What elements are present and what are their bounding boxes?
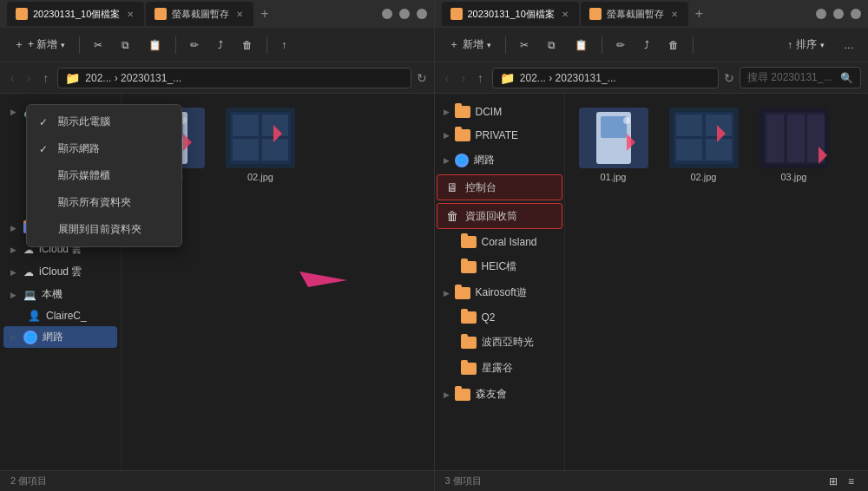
sidebar-item-this-pc[interactable]: ▶ 💻 本機 xyxy=(3,284,117,305)
minimize-btn[interactable] xyxy=(382,9,392,19)
right-paste-btn[interactable]: 📋 xyxy=(568,36,595,55)
folder-icon xyxy=(461,337,477,349)
right-rename-btn[interactable]: ✏ xyxy=(609,36,632,55)
maximize-btn[interactable] xyxy=(399,9,410,19)
search-icon: 🔍 xyxy=(840,72,853,84)
svg-rect-28 xyxy=(787,115,805,162)
right-file-item-03[interactable]: 03.jpg xyxy=(756,104,832,186)
right-sort-btn[interactable]: ↑ 排序 ▾ xyxy=(780,34,832,56)
refresh-btn[interactable]: ↻ xyxy=(417,71,427,85)
svg-marker-12 xyxy=(299,272,347,287)
sort-chevron: ▾ xyxy=(820,41,825,49)
back-btn[interactable]: ‹ xyxy=(7,69,18,87)
menu-show-all-folders[interactable]: 顯示所有資料夾 xyxy=(27,189,122,216)
folder-portia[interactable]: 波西亞時光 xyxy=(437,331,562,354)
menu-show-network[interactable]: ✓ 顯示網路 xyxy=(27,135,122,162)
right-toolbar: ＋ 新增 ▾ ✂ ⧉ 📋 ✏ ⤴ 🗑 ↑ 排序 ▾ … xyxy=(435,28,869,62)
folder-stardew[interactable]: 星露谷 xyxy=(437,357,562,380)
right-file-content: 01.jpg xyxy=(565,94,869,470)
right-sep3 xyxy=(693,36,694,54)
new-chevron: ▾ xyxy=(61,41,65,49)
right-file-thumb-01 xyxy=(579,108,648,168)
address-input[interactable]: 📁 202... › 20230131_... xyxy=(57,68,411,88)
left-tab1[interactable]: 20230131_10個檔案 ✕ xyxy=(7,2,144,26)
right-back-btn[interactable]: ‹ xyxy=(442,69,453,87)
folder-control-panel[interactable]: 🖥 控制台 xyxy=(437,174,562,200)
right-cut-btn[interactable]: ✂ xyxy=(513,36,536,55)
grid-view-btn[interactable]: ⊞ xyxy=(825,474,841,489)
right-tab2-close[interactable]: ✕ xyxy=(669,10,680,19)
right-forward-btn[interactable]: › xyxy=(457,69,469,87)
right-file-item-02[interactable]: 02.jpg xyxy=(666,104,742,186)
right-tab1[interactable]: 20230131_10個檔案 ✕ xyxy=(442,2,579,26)
right-share-btn[interactable]: ⤴ xyxy=(637,36,656,55)
expand-icon: ▶ xyxy=(444,289,450,298)
rename-btn[interactable]: ✏ xyxy=(183,36,206,55)
svg-rect-20 xyxy=(676,115,702,136)
right-new-tab[interactable]: + xyxy=(690,6,708,22)
folder-label: HEIC檔 xyxy=(482,259,517,274)
folder-q2[interactable]: Q2 xyxy=(437,307,562,328)
menu-expand-current[interactable]: 展開到目前資料夾 xyxy=(27,216,122,243)
user-icon: 👤 xyxy=(28,310,41,322)
folder-label: DCIM xyxy=(476,106,503,118)
menu-show-media[interactable]: 顯示媒體櫃 xyxy=(27,162,122,189)
sidebar-item-claire[interactable]: 👤 ClaireC_ xyxy=(3,306,117,325)
paste-btn[interactable]: 📋 xyxy=(141,36,168,55)
expand-icon: ▶ xyxy=(10,268,16,277)
share-btn[interactable]: ⤴ xyxy=(211,36,230,55)
right-file-name-03: 03.jpg xyxy=(781,172,807,182)
folder-network[interactable]: ▶ 🌐 網路 xyxy=(437,148,562,172)
forward-btn[interactable]: › xyxy=(23,69,35,87)
right-delete-btn[interactable]: 🗑 xyxy=(661,36,686,55)
expand-icon: ▶ xyxy=(444,131,450,140)
menu-item-label: 顯示此電腦 xyxy=(58,115,110,129)
address-text: 202... › 20230131_... xyxy=(85,72,181,84)
right-close-btn[interactable] xyxy=(851,9,861,19)
sidebar-item-icloud2[interactable]: ▶ ☁ iCloud 雲 xyxy=(3,261,117,283)
right-new-btn[interactable]: ＋ 新增 ▾ xyxy=(442,34,498,56)
right-maximize-btn[interactable] xyxy=(833,9,844,19)
folder-coral-island[interactable]: Coral Island xyxy=(437,232,562,252)
cut-btn[interactable]: ✂ xyxy=(87,36,109,55)
right-address-input[interactable]: 📁 202... › 20230131_... xyxy=(492,68,719,88)
up-icon: ↑ xyxy=(281,39,286,51)
folder-label: Kairosoft遊 xyxy=(476,285,527,300)
right-thumb-svg-02 xyxy=(669,108,739,168)
sidebar-item-network[interactable]: ▷ 🌐 網路 xyxy=(3,326,117,348)
folder-acnh[interactable]: ▶ 森友會 xyxy=(437,383,562,406)
right-file-item-01[interactable]: 01.jpg xyxy=(575,104,652,186)
new-btn[interactable]: ＋ + 新增 ▾ xyxy=(7,34,72,56)
right-up-btn[interactable]: ↑ xyxy=(474,69,487,87)
folder-PRIVATE[interactable]: ▶ PRIVATE xyxy=(437,125,562,146)
right-plus-icon: ＋ xyxy=(449,37,459,52)
up-btn[interactable]: ↑ xyxy=(274,36,293,55)
delete-btn[interactable]: 🗑 xyxy=(235,36,260,55)
left-tab2-close[interactable]: ✕ xyxy=(234,10,245,19)
network-icon: 🌐 xyxy=(455,154,469,167)
left-tab1-close[interactable]: ✕ xyxy=(125,10,135,19)
up-nav-btn[interactable]: ↑ xyxy=(39,69,52,87)
close-btn[interactable] xyxy=(417,9,427,19)
check-icon: ✓ xyxy=(39,116,51,128)
right-minimize-btn[interactable] xyxy=(816,9,826,19)
menu-item-label: 顯示媒體櫃 xyxy=(58,168,110,183)
left-tab2[interactable]: 螢幕截圖暫存 ✕ xyxy=(146,2,253,26)
left-new-tab[interactable]: + xyxy=(255,6,273,22)
file-item-02[interactable]: 02.jpg xyxy=(222,104,299,186)
svg-rect-7 xyxy=(233,115,259,136)
menu-show-thispc[interactable]: ✓ 顯示此電腦 xyxy=(27,108,122,135)
right-tab1-close[interactable]: ✕ xyxy=(560,10,570,19)
check-icon: ✓ xyxy=(39,143,51,155)
right-search-box[interactable]: 搜尋 20230131_... 🔍 xyxy=(740,67,861,88)
right-more-btn[interactable]: … xyxy=(837,36,861,55)
right-copy-btn[interactable]: ⧉ xyxy=(541,36,562,55)
folder-DCIM[interactable]: ▶ DCIM xyxy=(437,101,562,122)
right-tab2[interactable]: 螢幕截圖暫存 ✕ xyxy=(581,2,688,26)
folder-recycle-bin[interactable]: 🗑 資源回收筒 xyxy=(437,203,562,229)
right-refresh-btn[interactable]: ↻ xyxy=(724,71,734,85)
copy-btn[interactable]: ⧉ xyxy=(115,36,136,55)
list-view-btn[interactable]: ≡ xyxy=(845,474,858,489)
folder-heic[interactable]: HEIC檔 xyxy=(437,255,562,278)
folder-kairosoft[interactable]: ▶ Kairosoft遊 xyxy=(437,281,562,304)
